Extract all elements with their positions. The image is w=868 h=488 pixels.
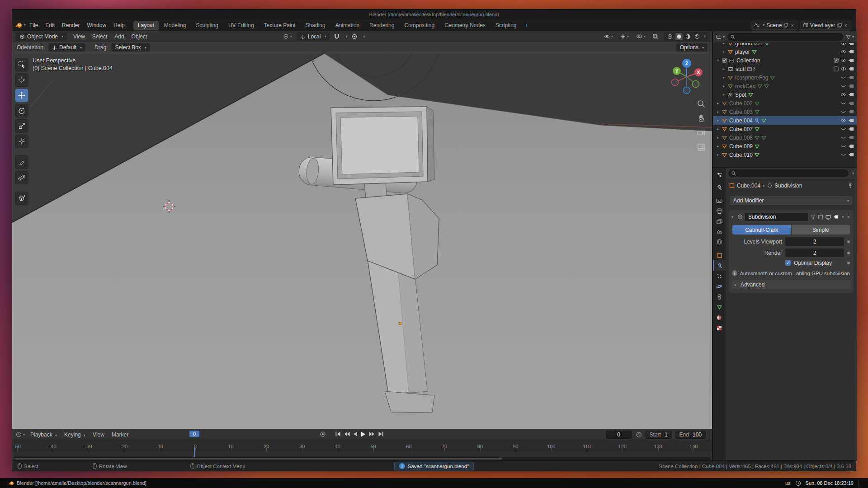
ortho-grid-icon[interactable] (697, 143, 706, 153)
object-name[interactable]: Cube.003 (729, 109, 753, 115)
axis-x-negative-ball[interactable] (672, 79, 679, 86)
pan-hand-icon[interactable] (697, 114, 706, 124)
tool-annotate-button[interactable] (15, 155, 28, 169)
expand-icon[interactable]: ▸ (716, 136, 720, 140)
camera-view-icon[interactable] (697, 128, 706, 139)
new-viewlayer-icon[interactable] (837, 23, 842, 28)
outliner-row[interactable]: ▸Cube.007 (713, 125, 857, 133)
workspace-tab-modeling[interactable]: Modeling (160, 21, 191, 30)
levels-viewport-field[interactable]: 2 (785, 237, 844, 246)
shading-rendered-button[interactable] (693, 33, 701, 40)
exclude-checkbox[interactable] (834, 58, 839, 63)
close-icon[interactable]: × (790, 23, 794, 28)
properties-tab-material[interactable] (713, 312, 726, 323)
viewport-menu-add[interactable]: Add (111, 33, 127, 40)
menu-file[interactable]: File (26, 22, 42, 28)
workspace-tab-uv-editing[interactable]: UV Editing (224, 21, 259, 30)
options-dropdown[interactable]: Options ▾ (676, 43, 708, 52)
tool-add-cube-button[interactable] (15, 192, 28, 205)
tool-scale-button[interactable] (15, 119, 28, 133)
shading-wireframe-button[interactable] (666, 33, 674, 40)
outliner-row[interactable]: ▸rockGeo (713, 82, 857, 90)
filter-icon[interactable]: ▾ (846, 35, 854, 39)
optimal-display-checkbox[interactable]: ✓ (785, 260, 791, 266)
overlays-dropdown[interactable]: ▾ (634, 33, 647, 40)
eye-open-icon[interactable] (840, 93, 846, 97)
expand-icon[interactable]: ▸ (722, 67, 726, 71)
object-name[interactable]: Cube.007 (729, 126, 753, 132)
properties-tab-view-layer[interactable] (713, 216, 726, 226)
outliner-row[interactable]: ▸Cube.004 (713, 116, 857, 125)
eye-open-icon[interactable] (840, 50, 846, 54)
prev-keyframe-button[interactable] (344, 432, 350, 438)
workspace-tab-layout[interactable]: Layout (133, 21, 159, 30)
show-in-render-toggle[interactable] (833, 215, 839, 219)
camera-visibility-icon[interactable] (848, 50, 854, 54)
menu-help[interactable]: Help (110, 22, 128, 28)
xray-toggle[interactable] (651, 33, 660, 40)
axis-z-negative-ball[interactable] (684, 87, 690, 94)
eye-closed-icon[interactable] (840, 84, 846, 88)
object-name[interactable]: stuff (736, 66, 745, 72)
timeline-ruler[interactable]: -50-40-30-20-100102030405060708090100110… (12, 440, 712, 451)
proportional-editing-toggle[interactable] (350, 33, 359, 40)
pivot-point-dropdown[interactable]: ▾ (281, 33, 294, 40)
camera-visibility-icon[interactable] (848, 58, 854, 62)
selectability-dropdown[interactable]: ▾ (602, 33, 615, 40)
eye-open-icon[interactable] (840, 118, 846, 122)
expand-icon[interactable]: ▸ (722, 93, 726, 97)
breadcrumb-modifier[interactable]: Subdivision (774, 183, 802, 189)
workspace-tab-sculpting[interactable]: Sculpting (192, 21, 223, 30)
outliner-row[interactable]: ▸Spot (713, 90, 857, 99)
camera-visibility-icon[interactable] (848, 136, 854, 140)
workspace-tab-compositing[interactable]: Compositing (400, 21, 439, 30)
camera-visibility-icon[interactable] (848, 43, 854, 45)
object-name[interactable]: Collection (736, 57, 760, 64)
eye-closed-icon[interactable] (840, 153, 846, 157)
zoom-icon[interactable] (697, 99, 706, 110)
next-keyframe-button[interactable] (369, 432, 375, 438)
outliner-row[interactable]: ▸stuff3 (713, 65, 857, 73)
tool-move-button[interactable] (15, 89, 28, 102)
expand-icon[interactable]: ▸ (722, 75, 726, 80)
orientation-dropdown[interactable]: Default ▾ (48, 43, 85, 52)
playhead[interactable]: 0 (189, 431, 199, 437)
viewport-canvas[interactable]: User Perspective (0) Scene Collection | … (12, 53, 712, 429)
taskbar-clock[interactable]: Sun, 08 Dec 18:23:19 (806, 480, 854, 486)
eye-closed-icon[interactable] (840, 75, 846, 80)
expand-icon[interactable]: ▸ (716, 127, 720, 131)
start-frame-field[interactable]: Start1 (646, 431, 672, 439)
expand-icon[interactable]: ▸ (722, 84, 726, 88)
keyboard-layout-indicator[interactable]: us (785, 480, 791, 486)
eye-closed-icon[interactable] (840, 144, 846, 148)
outliner-row[interactable]: ▾Collection (713, 56, 857, 65)
expand-icon[interactable]: ▸ (716, 153, 720, 157)
workspace-tab-scripting[interactable]: Scripting (491, 21, 521, 30)
timeline-tracks[interactable] (12, 451, 712, 461)
expand-icon[interactable]: ▸ (722, 43, 726, 45)
outliner-row[interactable]: ▸Cube.008 (713, 133, 857, 142)
properties-tab-object[interactable] (713, 250, 726, 260)
timeline-menu-keying[interactable]: Keying ▾ (61, 432, 89, 438)
timeline-scrollbar-thumb[interactable] (14, 458, 502, 460)
properties-tab-scene[interactable] (713, 226, 726, 237)
blender-logo-icon[interactable]: ▾ (15, 22, 26, 28)
workspace-tab-texture-paint[interactable]: Texture Paint (259, 21, 300, 30)
eye-closed-icon[interactable] (840, 110, 846, 114)
camera-visibility-icon[interactable] (848, 110, 854, 114)
shading-dropdown[interactable]: ▾ (704, 34, 706, 38)
outliner-row[interactable]: ▸Cube.009 (713, 142, 857, 150)
playhead-line[interactable] (194, 448, 195, 457)
object-name[interactable]: Cube.010 (729, 152, 753, 158)
camera-visibility-icon[interactable] (848, 101, 854, 105)
close-icon[interactable]: × (844, 23, 848, 28)
jump-to-start-button[interactable] (335, 432, 341, 438)
outliner-search-input[interactable] (727, 33, 843, 41)
collection-checkbox[interactable] (722, 58, 727, 63)
object-name[interactable]: Spot (735, 92, 746, 98)
object-name[interactable]: ground.001 (735, 43, 763, 47)
tray-clock-icon[interactable] (795, 480, 801, 486)
expand-icon[interactable]: ▸ (716, 110, 720, 114)
eye-closed-icon[interactable] (840, 127, 846, 131)
viewlayer-selector[interactable]: ViewLayer × (800, 21, 851, 30)
